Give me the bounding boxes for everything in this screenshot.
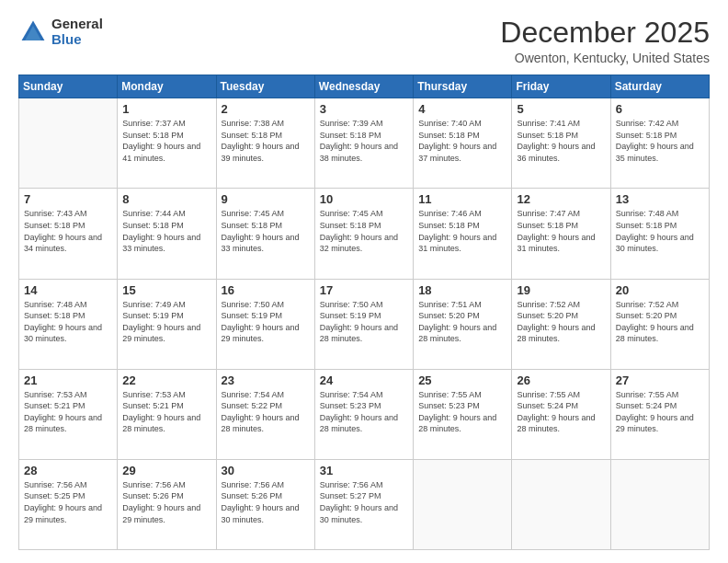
- weekday-header-thursday: Thursday: [414, 75, 512, 98]
- day-number: 4: [418, 102, 506, 116]
- calendar-cell: 7Sunrise: 7:43 AMSunset: 5:18 PMDaylight…: [19, 189, 118, 279]
- title-block: December 2025 Owenton, Kentucky, United …: [500, 17, 710, 65]
- day-number: 16: [222, 283, 310, 297]
- day-number: 3: [320, 102, 408, 116]
- day-number: 20: [616, 283, 704, 297]
- logo-text: General Blue: [51, 17, 103, 47]
- calendar-cell: 24Sunrise: 7:54 AMSunset: 5:23 PMDayligh…: [314, 369, 413, 459]
- calendar-cell: 9Sunrise: 7:45 AMSunset: 5:18 PMDaylight…: [216, 189, 314, 279]
- calendar-cell: 26Sunrise: 7:55 AMSunset: 5:24 PMDayligh…: [512, 369, 610, 459]
- logo-blue: Blue: [51, 32, 103, 48]
- calendar-cell: 31Sunrise: 7:56 AMSunset: 5:27 PMDayligh…: [314, 459, 413, 549]
- calendar-cell: 23Sunrise: 7:54 AMSunset: 5:22 PMDayligh…: [216, 369, 314, 459]
- logo: General Blue: [18, 17, 103, 47]
- day-number: 6: [616, 102, 704, 116]
- day-info: Sunrise: 7:45 AMSunset: 5:18 PMDaylight:…: [222, 208, 310, 254]
- day-number: 29: [122, 464, 210, 477]
- calendar-cell: 3Sunrise: 7:39 AMSunset: 5:18 PMDaylight…: [314, 98, 413, 189]
- day-number: 25: [418, 373, 506, 387]
- calendar-cell: 6Sunrise: 7:42 AMSunset: 5:18 PMDaylight…: [610, 98, 709, 189]
- weekday-header-monday: Monday: [118, 75, 216, 98]
- day-number: 14: [24, 283, 112, 297]
- day-info: Sunrise: 7:48 AMSunset: 5:18 PMDaylight:…: [24, 299, 112, 345]
- calendar-cell: [414, 459, 512, 549]
- header: General Blue December 2025 Owenton, Kent…: [18, 17, 710, 65]
- page: General Blue December 2025 Owenton, Kent…: [0, 0, 728, 563]
- logo-icon: [18, 17, 48, 47]
- day-number: 11: [418, 192, 506, 206]
- day-info: Sunrise: 7:55 AMSunset: 5:24 PMDaylight:…: [616, 389, 704, 435]
- calendar-cell: 1Sunrise: 7:37 AMSunset: 5:18 PMDaylight…: [118, 98, 216, 189]
- calendar-cell: 30Sunrise: 7:56 AMSunset: 5:26 PMDayligh…: [216, 459, 314, 549]
- day-info: Sunrise: 7:52 AMSunset: 5:20 PMDaylight:…: [616, 299, 704, 345]
- calendar-cell: 14Sunrise: 7:48 AMSunset: 5:18 PMDayligh…: [19, 279, 118, 369]
- day-info: Sunrise: 7:56 AMSunset: 5:26 PMDaylight:…: [222, 479, 310, 525]
- day-info: Sunrise: 7:56 AMSunset: 5:25 PMDaylight:…: [24, 479, 112, 525]
- calendar-cell: 29Sunrise: 7:56 AMSunset: 5:26 PMDayligh…: [118, 459, 216, 549]
- day-info: Sunrise: 7:54 AMSunset: 5:23 PMDaylight:…: [320, 389, 408, 435]
- day-info: Sunrise: 7:52 AMSunset: 5:20 PMDaylight:…: [517, 299, 605, 345]
- calendar-cell: 18Sunrise: 7:51 AMSunset: 5:20 PMDayligh…: [414, 279, 512, 369]
- calendar-cell: 28Sunrise: 7:56 AMSunset: 5:25 PMDayligh…: [19, 459, 118, 549]
- day-number: 31: [320, 464, 408, 477]
- calendar-cell: 22Sunrise: 7:53 AMSunset: 5:21 PMDayligh…: [118, 369, 216, 459]
- calendar-cell: 5Sunrise: 7:41 AMSunset: 5:18 PMDaylight…: [512, 98, 610, 189]
- calendar-cell: [19, 98, 118, 189]
- weekday-header-wednesday: Wednesday: [314, 75, 413, 98]
- week-row-5: 28Sunrise: 7:56 AMSunset: 5:25 PMDayligh…: [19, 459, 710, 549]
- day-number: 15: [122, 283, 210, 297]
- calendar-cell: 13Sunrise: 7:48 AMSunset: 5:18 PMDayligh…: [610, 189, 709, 279]
- week-row-3: 14Sunrise: 7:48 AMSunset: 5:18 PMDayligh…: [19, 279, 710, 369]
- day-number: 22: [122, 373, 210, 387]
- calendar-cell: 2Sunrise: 7:38 AMSunset: 5:18 PMDaylight…: [216, 98, 314, 189]
- day-info: Sunrise: 7:44 AMSunset: 5:18 PMDaylight:…: [122, 208, 210, 254]
- day-number: 8: [122, 192, 210, 206]
- day-number: 30: [222, 464, 310, 477]
- day-info: Sunrise: 7:50 AMSunset: 5:19 PMDaylight:…: [320, 299, 408, 345]
- day-info: Sunrise: 7:38 AMSunset: 5:18 PMDaylight:…: [222, 118, 310, 164]
- day-info: Sunrise: 7:39 AMSunset: 5:18 PMDaylight:…: [320, 118, 408, 164]
- calendar-cell: 8Sunrise: 7:44 AMSunset: 5:18 PMDaylight…: [118, 189, 216, 279]
- day-number: 27: [616, 373, 704, 387]
- day-info: Sunrise: 7:48 AMSunset: 5:18 PMDaylight:…: [616, 208, 704, 254]
- day-info: Sunrise: 7:53 AMSunset: 5:21 PMDaylight:…: [24, 389, 112, 435]
- weekday-header-tuesday: Tuesday: [216, 75, 314, 98]
- day-number: 24: [320, 373, 408, 387]
- weekday-header-sunday: Sunday: [19, 75, 118, 98]
- day-number: 28: [24, 464, 112, 477]
- day-info: Sunrise: 7:45 AMSunset: 5:18 PMDaylight:…: [320, 208, 408, 254]
- day-info: Sunrise: 7:43 AMSunset: 5:18 PMDaylight:…: [24, 208, 112, 254]
- day-info: Sunrise: 7:53 AMSunset: 5:21 PMDaylight:…: [122, 389, 210, 435]
- day-info: Sunrise: 7:46 AMSunset: 5:18 PMDaylight:…: [418, 208, 506, 254]
- day-info: Sunrise: 7:41 AMSunset: 5:18 PMDaylight:…: [517, 118, 605, 164]
- day-number: 7: [24, 192, 112, 206]
- day-info: Sunrise: 7:49 AMSunset: 5:19 PMDaylight:…: [122, 299, 210, 345]
- day-info: Sunrise: 7:54 AMSunset: 5:22 PMDaylight:…: [222, 389, 310, 435]
- day-number: 1: [122, 102, 210, 116]
- day-number: 23: [222, 373, 310, 387]
- calendar-cell: [610, 459, 709, 549]
- day-info: Sunrise: 7:51 AMSunset: 5:20 PMDaylight:…: [418, 299, 506, 345]
- week-row-1: 1Sunrise: 7:37 AMSunset: 5:18 PMDaylight…: [19, 98, 710, 189]
- day-number: 19: [517, 283, 605, 297]
- calendar-cell: 17Sunrise: 7:50 AMSunset: 5:19 PMDayligh…: [314, 279, 413, 369]
- day-number: 5: [517, 102, 605, 116]
- day-info: Sunrise: 7:42 AMSunset: 5:18 PMDaylight:…: [616, 118, 704, 164]
- day-info: Sunrise: 7:56 AMSunset: 5:26 PMDaylight:…: [122, 479, 210, 525]
- day-info: Sunrise: 7:47 AMSunset: 5:18 PMDaylight:…: [517, 208, 605, 254]
- day-info: Sunrise: 7:56 AMSunset: 5:27 PMDaylight:…: [320, 479, 408, 525]
- weekday-header-row: SundayMondayTuesdayWednesdayThursdayFrid…: [19, 75, 710, 98]
- calendar-cell: 21Sunrise: 7:53 AMSunset: 5:21 PMDayligh…: [19, 369, 118, 459]
- calendar-cell: 4Sunrise: 7:40 AMSunset: 5:18 PMDaylight…: [414, 98, 512, 189]
- weekday-header-saturday: Saturday: [610, 75, 709, 98]
- weekday-header-friday: Friday: [512, 75, 610, 98]
- calendar-cell: 15Sunrise: 7:49 AMSunset: 5:19 PMDayligh…: [118, 279, 216, 369]
- subtitle: Owenton, Kentucky, United States: [500, 51, 710, 65]
- day-info: Sunrise: 7:50 AMSunset: 5:19 PMDaylight:…: [222, 299, 310, 345]
- calendar-cell: 10Sunrise: 7:45 AMSunset: 5:18 PMDayligh…: [314, 189, 413, 279]
- day-number: 21: [24, 373, 112, 387]
- day-number: 12: [517, 192, 605, 206]
- day-number: 2: [222, 102, 310, 116]
- calendar-cell: 27Sunrise: 7:55 AMSunset: 5:24 PMDayligh…: [610, 369, 709, 459]
- day-number: 18: [418, 283, 506, 297]
